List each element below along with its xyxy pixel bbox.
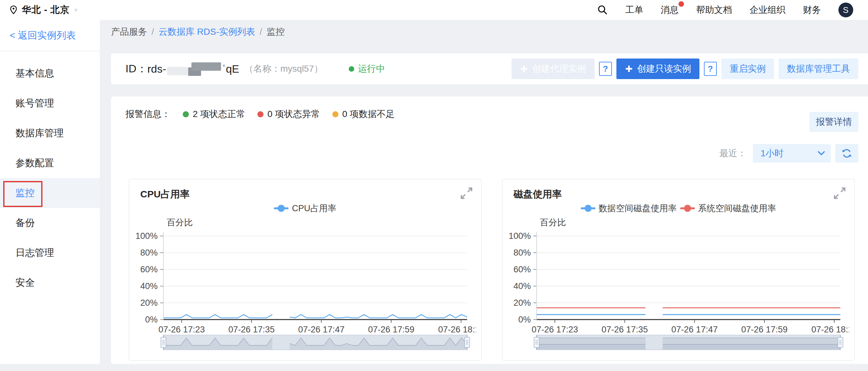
legend-marker-blue [274, 207, 288, 209]
instance-id-group: ID： rds- ʿqE （名称：mysql57） [125, 61, 323, 76]
alarm-detail-button[interactable]: 报警详情 [809, 112, 858, 132]
chevron-down-icon: ▾ [74, 6, 78, 14]
top-nav: 工单 消息 帮助文档 企业组织 财务 S ❯ [597, 0, 864, 20]
svg-text:07-26 17:23: 07-26 17:23 [532, 325, 578, 334]
avatar[interactable]: S [838, 3, 853, 18]
svg-text:07-26 17:35: 07-26 17:35 [228, 325, 275, 334]
location-pin-icon [9, 5, 18, 15]
time-range-dropdown[interactable]: 1小时 [753, 144, 831, 163]
sidebar-item-log-mgmt[interactable]: 日志管理 [0, 238, 100, 268]
id-redaction-blur [167, 62, 222, 76]
brush-handle[interactable] [534, 335, 539, 350]
svg-text:0%: 0% [518, 315, 531, 325]
svg-text:100%: 100% [509, 231, 531, 241]
sidebar: < 返回实例列表 基本信息 账号管理 数据库管理 参数配置 监控 备份 日志管理… [0, 20, 100, 364]
svg-text:60%: 60% [514, 265, 531, 274]
instance-header-card: ID： rds- ʿqE （名称：mysql57） 运行中 创建代理实例 ? 创… [111, 54, 868, 84]
status-badge: 运行中 [349, 63, 385, 75]
breadcrumb-rds-instance-list-link[interactable]: 云数据库 RDS-实例列表 [159, 26, 255, 38]
svg-text:20%: 20% [140, 298, 158, 308]
legend-item-cpu[interactable]: CPU占用率 [274, 203, 336, 214]
nav-item-messages[interactable]: 消息 [661, 4, 679, 16]
back-to-instance-list-link[interactable]: < 返回实例列表 [0, 20, 100, 52]
alarm-item-insufficient: 0 项数据不足 [332, 108, 395, 120]
sidebar-item-account-mgmt[interactable]: 账号管理 [0, 89, 100, 118]
instance-name-note: （名称：mysql57） [244, 63, 323, 75]
cpu-chart-canvas: 0%20%40%60%80%100%07-26 17:2307-26 17:35… [132, 226, 476, 358]
sidebar-item-database-mgmt[interactable]: 数据库管理 [0, 118, 100, 148]
svg-text:80%: 80% [140, 248, 158, 258]
plus-icon [625, 65, 633, 73]
refresh-icon [841, 148, 852, 159]
expand-icon[interactable] [459, 186, 474, 201]
status-text: 运行中 [358, 63, 385, 75]
time-filter-row: 最近： 1小时 [719, 144, 858, 163]
svg-text:60%: 60% [140, 265, 158, 274]
svg-text:07-26 17:59: 07-26 17:59 [368, 325, 414, 334]
alarm-dot-red [257, 111, 264, 117]
disk-chart-canvas: 0%20%40%60%80%100%07-26 17:2307-26 17:35… [505, 226, 849, 358]
svg-text:07-26 18:11: 07-26 18:11 [438, 325, 476, 334]
restart-instance-button[interactable]: 重启实例 [721, 59, 774, 79]
sidebar-item-parameter-config[interactable]: 参数配置 [0, 148, 100, 178]
instance-id-prefix: rds- [147, 63, 166, 75]
legend-item-system-space[interactable]: 系统空间磁盘使用率 [680, 203, 776, 214]
region-label: 华北 - 北京 [22, 4, 70, 16]
sidebar-item-basic-info[interactable]: 基本信息 [0, 59, 100, 89]
svg-text:100%: 100% [135, 231, 158, 241]
header-actions: 创建代理实例 ? 创建只读实例 ? 重启实例 数据库管理工具 [512, 59, 868, 79]
brush-handle[interactable] [161, 335, 166, 350]
expand-icon[interactable] [832, 186, 847, 201]
top-bar: 华北 - 北京 ▾ 工单 消息 帮助文档 企业组织 财务 S ❯ [0, 0, 868, 20]
svg-text:07-26 17:35: 07-26 17:35 [601, 325, 648, 334]
refresh-button[interactable] [835, 144, 858, 163]
svg-text:40%: 40% [514, 281, 531, 291]
nav-item-enterprise-org[interactable]: 企业组织 [750, 4, 786, 16]
legend-marker-red [680, 207, 695, 209]
svg-text:07-26 17:59: 07-26 17:59 [741, 325, 787, 334]
plus-icon [520, 65, 528, 73]
svg-text:07-26 18:11: 07-26 18:11 [811, 325, 849, 334]
svg-text:20%: 20% [514, 298, 531, 308]
brush-handle[interactable] [838, 335, 843, 350]
alarm-dot-green [183, 111, 189, 117]
instance-id-label: ID： [125, 61, 147, 76]
instance-id-suffix: ʿqE [222, 63, 239, 75]
region-selector[interactable]: 华北 - 北京 ▾ [9, 0, 78, 20]
datazoom-brush[interactable] [534, 335, 843, 350]
datazoom-brush[interactable] [161, 335, 470, 350]
svg-text:07-26 17:47: 07-26 17:47 [298, 325, 345, 334]
nav-item-finance[interactable]: 财务 [803, 4, 821, 16]
nav-item-tickets[interactable]: 工单 [625, 4, 644, 16]
sidebar-item-security[interactable]: 安全 [0, 268, 100, 298]
brush-handle[interactable] [465, 335, 470, 350]
disk-usage-chart-card: 磁盘使用率 数据空间磁盘使用率 系统空间磁盘使用率 百分比 0%20%40%60… [502, 179, 855, 361]
create-proxy-instance-button[interactable]: 创建代理实例 [512, 59, 594, 79]
alarm-info-row: 报警信息： 2 项状态正常 0 项状态异常 0 项数据不足 [125, 108, 395, 120]
rds-monitoring-page: 华北 - 北京 ▾ 工单 消息 帮助文档 企业组织 财务 S ❯ < 返回实例列… [0, 0, 868, 371]
svg-text:07-26 17:47: 07-26 17:47 [672, 325, 718, 334]
alarm-info-label: 报警信息： [125, 108, 170, 120]
create-readonly-instance-button[interactable]: 创建只读实例 [616, 59, 700, 79]
breadcrumb-product-services[interactable]: 产品服务 [111, 26, 147, 38]
alarm-item-abnormal: 0 项状态异常 [257, 108, 320, 120]
help-icon-readonly[interactable]: ? [704, 62, 717, 76]
time-filter-label: 最近： [719, 147, 746, 160]
legend-marker-blue [581, 207, 595, 209]
time-range-value: 1小时 [761, 147, 818, 160]
db-management-tool-button[interactable]: 数据库管理工具 [779, 59, 858, 79]
disk-chart-legend: 数据空间磁盘使用率 系统空间磁盘使用率 [502, 203, 854, 214]
sidebar-item-monitoring[interactable]: 监控 [0, 178, 100, 208]
legend-item-data-space[interactable]: 数据空间磁盘使用率 [581, 203, 677, 214]
chevron-down-icon [818, 151, 825, 156]
cpu-usage-chart-card: CPU占用率 CPU占用率 百分比 0%20%40%60%80%100%07-2… [129, 179, 482, 361]
sidebar-item-backup[interactable]: 备份 [0, 208, 100, 238]
nav-item-help-docs[interactable]: 帮助文档 [696, 4, 732, 16]
search-icon[interactable] [597, 4, 608, 15]
help-icon-proxy[interactable]: ? [599, 62, 612, 76]
monitoring-panel: 报警信息： 2 项状态正常 0 项状态异常 0 项数据不足 报警详情 最近： 1… [111, 96, 868, 364]
disk-chart-title: 磁盘使用率 [514, 188, 562, 201]
message-badge-dot [679, 1, 684, 7]
svg-text:80%: 80% [514, 248, 531, 258]
cpu-chart-legend: CPU占用率 [129, 203, 481, 214]
